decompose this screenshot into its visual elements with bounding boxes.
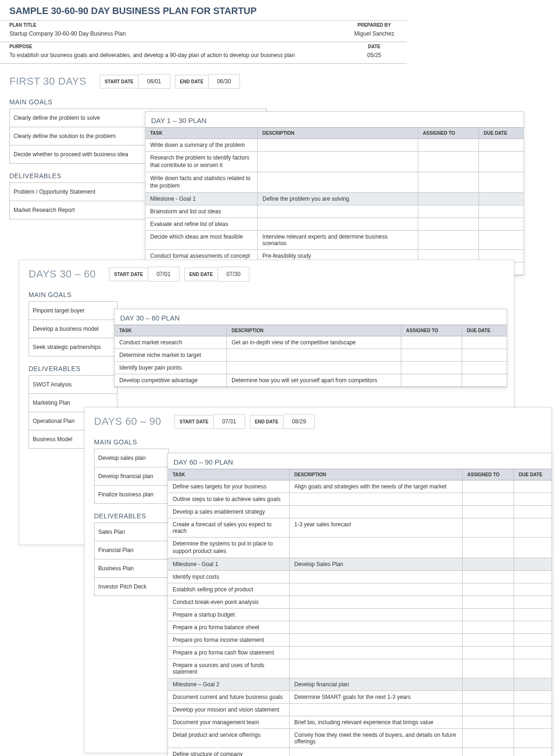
list-item: Develop financial plan bbox=[94, 467, 168, 486]
cell-description: Determine how you will set yourself apar… bbox=[227, 374, 401, 386]
cell-task: Determine niche market to target bbox=[115, 349, 227, 361]
cell-assigned bbox=[463, 634, 514, 646]
cell-due bbox=[462, 349, 507, 361]
cell-description bbox=[258, 218, 418, 230]
cell-assigned bbox=[463, 571, 514, 583]
cell-task: Write down a summary of the problem bbox=[145, 139, 258, 151]
cell-due bbox=[514, 729, 552, 748]
phase30-title: FIRST 30 DAYS bbox=[9, 75, 100, 87]
cell-description bbox=[258, 172, 418, 192]
table-row: Develop your mission and vision statemen… bbox=[168, 704, 552, 716]
list-item: Develop a business model bbox=[29, 320, 117, 338]
table-row: Write down facts and statistics related … bbox=[145, 172, 523, 193]
cell-assigned bbox=[463, 621, 514, 633]
cell-description bbox=[227, 349, 401, 361]
cell-task: Milestone – Goal 2 bbox=[168, 678, 290, 691]
table-row: Detail product and service offeringsConv… bbox=[168, 729, 552, 748]
cell-due bbox=[462, 336, 507, 349]
cell-task: Milestone - Goal 1 bbox=[168, 558, 290, 570]
cell-description bbox=[290, 634, 463, 646]
cell-assigned bbox=[418, 152, 479, 172]
cell-description bbox=[290, 493, 463, 505]
cell-due bbox=[479, 218, 523, 230]
table-row: Decide which ideas are most feasibleInte… bbox=[145, 231, 523, 250]
table-row: Prepare a sources and uses of funds stat… bbox=[168, 659, 552, 678]
table-row: Research the problem to identify factors… bbox=[145, 152, 523, 172]
cell-description bbox=[258, 205, 418, 218]
table-row: Determine the systems to put in place to… bbox=[168, 538, 552, 558]
table-row: Document current and future business goa… bbox=[168, 691, 552, 704]
cell-assigned bbox=[463, 518, 514, 537]
phase60-start-date: 07/01 bbox=[148, 267, 180, 282]
cell-description bbox=[290, 748, 463, 756]
cell-task: Prepare a pro forma balance sheet bbox=[168, 621, 290, 633]
plan60-title: DAY 30 – 60 PLAN bbox=[115, 309, 507, 325]
table-row: Define sales targets for your businessAl… bbox=[168, 480, 552, 493]
plan-title-value: Startup Company 30-60-90 Day Business Pl… bbox=[0, 29, 341, 42]
cell-assigned bbox=[418, 205, 479, 218]
cell-task: Detail product and service offerings bbox=[168, 729, 290, 748]
col-due: DUE DATE bbox=[479, 128, 523, 138]
main-goals-list-90: Develop sales plan Develop financial pla… bbox=[94, 449, 169, 504]
col-description: DESCRIPTION bbox=[290, 469, 463, 480]
phase60-end-date: 07/30 bbox=[218, 267, 249, 282]
cell-task: Develop competitive advantage bbox=[115, 374, 227, 386]
list-item: Develop sales plan bbox=[94, 449, 168, 467]
purpose-value: To establish our business goals and deli… bbox=[0, 50, 341, 63]
cell-description: Convey how they meet the needs of buyers… bbox=[290, 729, 463, 748]
end-date-label: END DATE bbox=[250, 415, 283, 429]
cell-due bbox=[479, 172, 523, 192]
cell-due bbox=[479, 231, 523, 249]
cell-due bbox=[514, 678, 552, 691]
cell-due bbox=[514, 691, 552, 703]
plan-60-card: DAY 30 – 60 PLAN TASK DESCRIPTION ASSIGN… bbox=[114, 309, 507, 387]
table-row: Identify buyer pain points bbox=[115, 362, 507, 374]
cell-task: Prepare a pro forma cash flow statement bbox=[168, 647, 290, 659]
table-row: Develop a sales enablement strategy bbox=[168, 506, 552, 518]
cell-description bbox=[290, 609, 463, 621]
cell-task: Identify buyer pain points bbox=[115, 362, 227, 374]
cell-description: Develop financial plan bbox=[290, 678, 463, 691]
table-row: Milestone - Goal 1Develop Sales Plan bbox=[168, 558, 552, 571]
plan60-header: TASK DESCRIPTION ASSIGNED TO DUE DATE bbox=[115, 325, 507, 336]
cell-description: Determine SMART goals for the next 1-3 y… bbox=[290, 691, 463, 703]
cell-task: Research the problem to identify factors… bbox=[145, 152, 258, 172]
main-goals-title-30: MAIN GOALS bbox=[0, 94, 407, 109]
cell-description: Brief bio, including relevant experience… bbox=[290, 716, 463, 728]
main-goals-title-90: MAIN GOALS bbox=[85, 435, 552, 449]
table-row: Outline steps to take to achieve sales g… bbox=[168, 493, 552, 506]
table-row: Milestone - Goal 1Define the problem you… bbox=[145, 193, 523, 205]
cell-due bbox=[514, 506, 552, 518]
cell-description bbox=[258, 152, 418, 172]
end-date-label: END DATE bbox=[184, 268, 218, 281]
cell-description: 1-3 year sales forecast bbox=[290, 518, 463, 537]
cell-task: Define structure of company bbox=[168, 748, 290, 756]
prepared-by-label: PREPARED BY bbox=[341, 21, 407, 29]
cell-task: Establish selling price of product bbox=[168, 583, 290, 596]
list-item: Pinpoint target buyer bbox=[29, 302, 117, 320]
phase30-end-date: 06/30 bbox=[209, 74, 240, 89]
cell-description bbox=[290, 583, 463, 596]
list-item: Finalize business plan bbox=[94, 486, 168, 504]
cell-description bbox=[290, 506, 463, 518]
cell-due bbox=[479, 193, 523, 205]
table-row: Conduct market researchGet an in-depth v… bbox=[115, 336, 507, 349]
cell-description bbox=[290, 647, 463, 659]
cell-assigned bbox=[463, 583, 514, 596]
col-assigned: ASSIGNED TO bbox=[401, 325, 462, 336]
cell-task: Create a forecast of sales you expect to… bbox=[168, 518, 290, 537]
cell-assigned bbox=[418, 218, 479, 230]
prepared-by-value: Miguel Sanchez bbox=[341, 29, 407, 42]
table-row: Write down a summary of the problem bbox=[145, 139, 523, 152]
cell-assigned bbox=[463, 609, 514, 621]
plan-90-card: DAY 60 – 90 PLAN TASK DESCRIPTION ASSIGN… bbox=[167, 453, 552, 756]
cell-description: Develop Sales Plan bbox=[290, 558, 463, 570]
cell-assigned bbox=[463, 716, 514, 728]
cell-assigned bbox=[463, 596, 514, 608]
cell-due bbox=[479, 205, 523, 218]
start-date-label: START DATE bbox=[100, 75, 139, 88]
col-assigned: ASSIGNED TO bbox=[463, 469, 514, 480]
cell-assigned bbox=[463, 506, 514, 518]
col-task: TASK bbox=[168, 469, 290, 480]
plan30-header: TASK DESCRIPTION ASSIGNED TO DUE DATE bbox=[145, 127, 523, 139]
